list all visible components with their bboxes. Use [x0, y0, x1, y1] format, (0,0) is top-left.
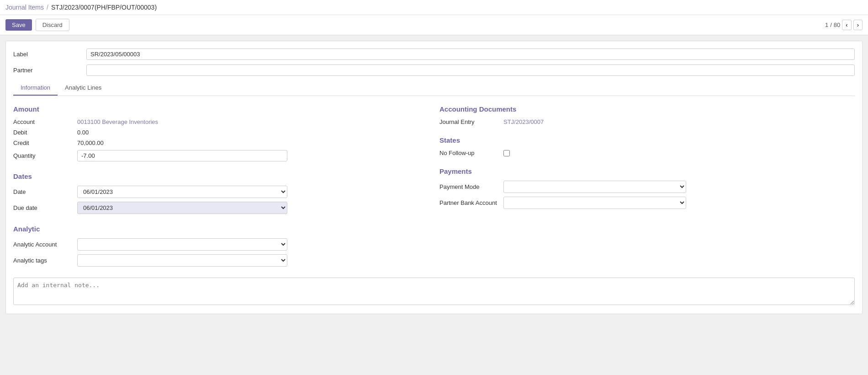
analytic-tags-select[interactable] — [77, 254, 287, 267]
account-label: Account — [13, 118, 77, 125]
states-title: States — [439, 136, 855, 144]
breadcrumb-current: STJ/2023/0007(PH/FBP/OUT/00003) — [51, 4, 157, 11]
payment-mode-select[interactable] — [503, 181, 686, 193]
internal-notes-textarea[interactable] — [13, 278, 855, 305]
pager-current: 1 — [825, 21, 828, 28]
analytic-account-label: Analytic Account — [13, 241, 77, 248]
payment-mode-label: Payment Mode — [439, 183, 503, 190]
no-follow-up-checkbox[interactable] — [503, 150, 510, 156]
label-field-label: Label — [13, 51, 86, 58]
amount-title: Amount — [13, 105, 429, 113]
accounting-documents-section: Accounting Documents Journal Entry STJ/2… — [439, 105, 855, 125]
analytic-account-select[interactable] — [77, 238, 287, 251]
dates-section: Dates Date 06/01/2023 Due date 06/01/202… — [13, 172, 429, 214]
breadcrumb: Journal Items / STJ/2023/0007(PH/FBP/OUT… — [5, 4, 157, 11]
due-date-select[interactable]: 06/01/2023 — [77, 202, 287, 214]
partner-input[interactable] — [86, 64, 855, 76]
analytic-tags-row: Analytic tags — [13, 254, 429, 267]
date-row: Date 06/01/2023 — [13, 186, 429, 198]
journal-entry-row: Journal Entry STJ/2023/0007 — [439, 118, 855, 125]
analytic-section: Analytic Analytic Account Analytic tags — [13, 225, 429, 267]
tabs: Information Analytic Lines — [13, 80, 855, 96]
debit-value: 0.00 — [77, 129, 89, 136]
analytic-account-row: Analytic Account — [13, 238, 429, 251]
payment-mode-row: Payment Mode — [439, 181, 855, 193]
analytic-tags-label: Analytic tags — [13, 257, 77, 264]
payments-section: Payments Payment Mode Partner Bank Accou… — [439, 167, 855, 209]
date-label: Date — [13, 188, 77, 195]
quantity-input[interactable] — [77, 150, 287, 161]
right-column: Accounting Documents Journal Entry STJ/2… — [439, 105, 855, 270]
date-select[interactable]: 06/01/2023 — [77, 186, 287, 198]
quantity-row: Quantity — [13, 150, 429, 161]
partner-field-label: Partner — [13, 67, 86, 74]
account-row: Account 0013100 Beverage Inventories — [13, 118, 429, 125]
pager-separator: / — [830, 21, 832, 28]
journal-entry-label: Journal Entry — [439, 118, 503, 125]
pager: 1 / 80 ‹ › — [825, 20, 863, 30]
due-date-row: Due date 06/01/2023 — [13, 202, 429, 214]
top-bar: Journal Items / STJ/2023/0007(PH/FBP/OUT… — [0, 0, 868, 15]
credit-row: Credit 70,000.00 — [13, 139, 429, 146]
label-row: Label — [13, 48, 855, 60]
accounting-documents-title: Accounting Documents — [439, 105, 855, 113]
tab-information[interactable]: Information — [13, 80, 58, 96]
no-follow-up-row: No Follow-up — [439, 150, 855, 156]
payments-title: Payments — [439, 167, 855, 175]
dates-title: Dates — [13, 172, 429, 180]
credit-label: Credit — [13, 139, 77, 146]
tab-content: Amount Account 0013100 Beverage Inventor… — [13, 105, 855, 270]
partner-bank-account-select[interactable] — [503, 197, 686, 209]
save-button[interactable]: Save — [5, 19, 32, 31]
tab-analytic-lines[interactable]: Analytic Lines — [58, 80, 109, 96]
partner-row: Partner — [13, 64, 855, 76]
main-content: Label Partner Information Analytic Lines… — [5, 41, 863, 314]
no-follow-up-label: No Follow-up — [439, 150, 503, 156]
amount-section: Amount Account 0013100 Beverage Inventor… — [13, 105, 429, 161]
partner-bank-account-label: Partner Bank Account — [439, 199, 503, 206]
journal-entry-value[interactable]: STJ/2023/0007 — [503, 118, 544, 125]
pager-prev-button[interactable]: ‹ — [842, 20, 851, 30]
label-input[interactable] — [86, 48, 855, 60]
credit-value: 70,000.00 — [77, 139, 104, 146]
toolbar: Save Discard 1 / 80 ‹ › — [0, 15, 868, 35]
debit-label: Debit — [13, 129, 77, 136]
left-column: Amount Account 0013100 Beverage Inventor… — [13, 105, 429, 270]
pager-next-button[interactable]: › — [853, 20, 863, 30]
pager-total: 80 — [834, 21, 840, 28]
quantity-label: Quantity — [13, 152, 77, 159]
analytic-title: Analytic — [13, 225, 429, 233]
breadcrumb-parent[interactable]: Journal Items — [5, 4, 44, 11]
breadcrumb-separator: / — [47, 4, 48, 11]
discard-button[interactable]: Discard — [36, 19, 69, 31]
debit-row: Debit 0.00 — [13, 129, 429, 136]
states-section: States No Follow-up — [439, 136, 855, 156]
account-value[interactable]: 0013100 Beverage Inventories — [77, 118, 158, 125]
partner-bank-account-row: Partner Bank Account — [439, 197, 855, 209]
due-date-label: Due date — [13, 204, 77, 211]
